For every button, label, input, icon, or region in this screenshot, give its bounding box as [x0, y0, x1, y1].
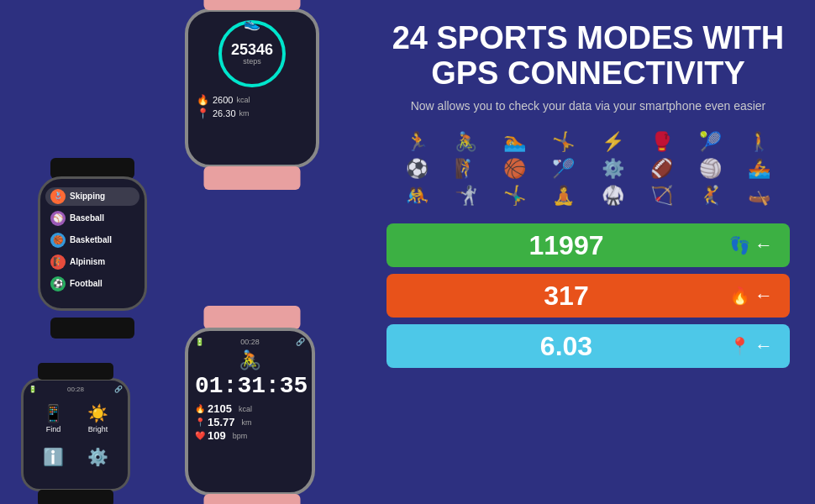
steps-screen: 👟 25346 steps 🔥 2600 kcal 📍 26.30 km: [185, 8, 319, 168]
bottom-left-watch: 🔋 00:28 🔗 📱 Find ☀️ Bright ℹ️: [8, 378, 143, 491]
heart-icon: ❤️: [195, 431, 205, 440]
brightness-icon: ☀️: [87, 403, 108, 423]
sport-icon-basketball: 🏀: [50, 233, 66, 248]
gear-icon: ⚙️: [87, 447, 108, 467]
sport-item-skipping[interactable]: 🪢 Skipping: [45, 187, 139, 206]
cycling-screen: 🔋 00:28 🔗 🚴 01:31:35 🔥 2105 kcal 📍 15.77: [185, 328, 315, 496]
sport-icon-yoga: 🧘: [542, 185, 586, 207]
sport-icon-tennis: 🎾: [689, 131, 733, 153]
sport-icon-baseball: ⚾: [50, 211, 66, 226]
sport-icon-run: 🏃: [395, 131, 439, 153]
distance-icons: 📍 ←: [729, 335, 773, 357]
distance-value: 6.03: [403, 331, 729, 362]
cycling-watch: 🔋 00:28 🔗 🚴 01:31:35 🔥 2105 kcal 📍 15.77: [185, 328, 319, 496]
pin-stat-icon: 📍: [729, 336, 750, 356]
stats-bars: 11997 👣 ← 317 🔥 ← 6.03 📍 ←: [386, 223, 790, 368]
distance-stat: 📍 26.30 km: [197, 108, 308, 119]
sports-menu-watch: 🪢 Skipping ⚾ Baseball 🏀 Basketball 🧗 Alp…: [25, 158, 160, 339]
sport-icon-walk: 🚶: [738, 131, 781, 153]
cycling-bicycle-icon: 🚴: [195, 349, 305, 371]
location-icon: 📍: [197, 108, 209, 119]
subtitle: Now allows you to check your data via yo…: [386, 98, 790, 115]
sport-icon-archery: 🏹: [639, 185, 683, 207]
sport-icon-alpinism: 🧗: [50, 255, 66, 270]
sport-item-basketball[interactable]: 🏀 Basketball: [45, 231, 139, 249]
sport-icon-kayak: 🛶: [738, 185, 781, 207]
kcal-stat-bar: 317 🔥 ←: [386, 274, 790, 318]
info-icon: ℹ️: [43, 447, 64, 467]
kcal-value: 317: [403, 281, 729, 312]
sport-icon-spin: ⚙️: [591, 158, 634, 180]
kcal-arrow-icon: ←: [755, 285, 773, 307]
sport-icon-sprint: 🤸: [542, 131, 586, 153]
cycling-stats: 🔥 2105 kcal 📍 15.77 km ❤️ 109 bpm: [195, 402, 305, 442]
battery-icon: 🔋: [29, 386, 37, 393]
middle-section: 👟 25346 steps 🔥 2600 kcal 📍 26.30 km: [151, 0, 353, 504]
cycling-bpm: ❤️ 109 bpm: [195, 429, 305, 442]
sport-icon-cycle: 🚴: [444, 131, 487, 153]
bright-control[interactable]: ☀️ Bright: [76, 399, 119, 437]
sport-icon-volleyball: 🏐: [689, 158, 733, 180]
kcal-icons: 🔥 ←: [729, 285, 773, 307]
shoe-icon: 👟: [244, 15, 260, 31]
sport-icon-skipping: 🪢: [50, 189, 66, 204]
sport-icon-dance: 🤼: [395, 185, 439, 207]
steps-value: 11997: [403, 230, 729, 261]
steps-icons: 👣 ←: [729, 234, 773, 256]
cycling-location-icon: 📍: [195, 417, 205, 427]
phone-search-icon: 📱: [43, 403, 64, 423]
kcal-stat: 🔥 2600 kcal: [197, 94, 308, 106]
sport-icon-rowing: 🚣: [738, 158, 781, 180]
sport-icon-gymnastics: 🤸‍♂️: [493, 185, 537, 207]
time-display-small: 00:28: [67, 386, 84, 393]
link-small-icon: 🔗: [296, 338, 305, 346]
watch-controls: 📱 Find ☀️ Bright ℹ️ ⚙️: [29, 396, 123, 480]
sport-icon-fencing: 🤺: [444, 185, 487, 207]
sport-icon-football: ⚽: [50, 276, 66, 291]
watch-screen: 🪢 Skipping ⚾ Baseball 🏀 Basketball 🧗 Alp…: [38, 176, 147, 311]
sport-icon-martial-arts: 🥊: [639, 131, 683, 153]
info-control[interactable]: ℹ️: [32, 438, 75, 476]
distance-stat-bar: 6.03 📍 ←: [386, 324, 790, 368]
sports-icons-grid: 🏃 🚴 🏊 🤸 ⚡ 🥊 🎾 🚶 ⚽ 🧗 🏀 🏸 ⚙️ 🏈 🏐 🚣 🤼 🤺 🤸‍♂…: [386, 131, 790, 207]
cycling-kcal: 🔥 2105 kcal: [195, 402, 305, 415]
right-section: 24 SPORTS MODES WITH GPS CONNECTIVITY No…: [361, 0, 815, 504]
sport-icon-bball: 🏀: [493, 158, 537, 180]
steps-feet-icon: 👣: [729, 235, 750, 255]
sport-icon-taekwondo: 🥋: [591, 185, 634, 207]
sport-icon-stretch: 🤾: [689, 185, 733, 207]
battery-small-icon: 🔋: [195, 338, 204, 346]
cycling-flame-icon: 🔥: [195, 404, 205, 413]
small-watch-screen: 🔋 00:28 🔗 📱 Find ☀️ Bright ℹ️: [21, 378, 130, 491]
steps-watch: 👟 25346 steps 🔥 2600 kcal 📍 26.30 km: [185, 8, 319, 168]
cycling-header: 🔋 00:28 🔗: [195, 338, 305, 346]
sport-icon-badminton: 🏸: [542, 158, 586, 180]
steps-arrow-icon: ←: [755, 234, 773, 256]
steps-circle: 👟 25346 steps: [218, 20, 286, 87]
steps-stat-bar: 11997 👣 ←: [386, 223, 790, 267]
flame-stat-icon: 🔥: [729, 286, 750, 306]
sport-icon-jump-rope: ⚡: [591, 131, 634, 153]
sport-item-football[interactable]: ⚽ Football: [45, 275, 139, 293]
settings-control[interactable]: ⚙️: [76, 438, 119, 476]
flame-icon: 🔥: [197, 94, 209, 106]
sport-icon-swim: 🏊: [493, 131, 537, 153]
sport-item-baseball[interactable]: ⚾ Baseball: [45, 209, 139, 228]
find-control[interactable]: 📱 Find: [32, 399, 75, 437]
link-icon: 🔗: [114, 386, 123, 393]
sport-icon-football: 🏈: [639, 158, 683, 180]
sport-icon-hike: 🧗: [444, 158, 487, 180]
sport-icon-soccer: ⚽: [395, 158, 439, 180]
distance-arrow-icon: ←: [755, 335, 773, 357]
sport-item-alpinism[interactable]: 🧗 Alpinism: [45, 253, 139, 271]
cycling-distance: 📍 15.77 km: [195, 416, 305, 428]
main-title: 24 SPORTS MODES WITH GPS CONNECTIVITY: [386, 21, 790, 92]
